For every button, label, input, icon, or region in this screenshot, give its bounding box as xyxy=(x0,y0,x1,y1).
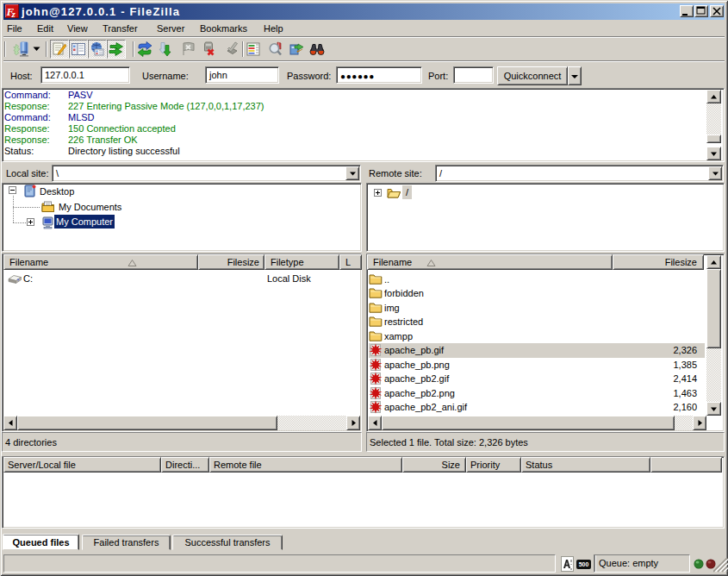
svg-text:z: z xyxy=(11,9,16,19)
